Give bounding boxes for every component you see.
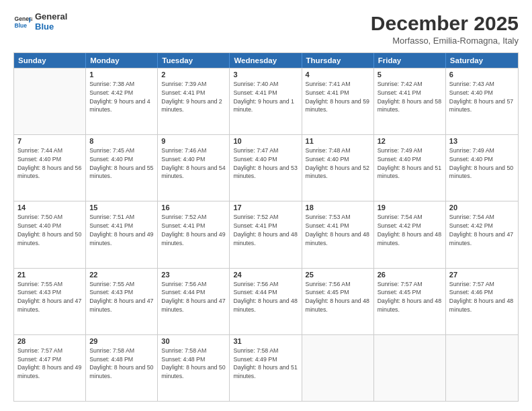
cal-cell-r4-c0: 28Sunrise: 7:57 AM Sunset: 4:47 PM Dayli… — [14, 335, 86, 401]
cell-detail: Sunrise: 7:39 AM Sunset: 4:41 PM Dayligh… — [161, 80, 226, 114]
cell-detail: Sunrise: 7:49 AM Sunset: 4:40 PM Dayligh… — [378, 146, 442, 181]
cal-cell-r4-c4 — [302, 335, 374, 401]
cal-cell-r2-c2: 16Sunrise: 7:52 AM Sunset: 4:41 PM Dayli… — [158, 201, 230, 267]
cell-detail: Sunrise: 7:55 AM Sunset: 4:43 PM Dayligh… — [89, 280, 154, 314]
logo-blue: Blue — [35, 22, 67, 32]
cell-detail: Sunrise: 7:49 AM Sunset: 4:40 PM Dayligh… — [449, 146, 515, 181]
cell-detail: Sunrise: 7:56 AM Sunset: 4:44 PM Dayligh… — [233, 280, 298, 314]
cal-cell-r0-c2: 2Sunrise: 7:39 AM Sunset: 4:41 PM Daylig… — [158, 68, 230, 134]
cal-cell-r3-c5: 26Sunrise: 7:57 AM Sunset: 4:45 PM Dayli… — [374, 269, 446, 334]
cell-day-number: 1 — [89, 71, 154, 79]
cell-day-number: 30 — [161, 337, 226, 345]
cal-cell-r1-c1: 8Sunrise: 7:45 AM Sunset: 4:40 PM Daylig… — [86, 135, 158, 201]
cell-day-number: 7 — [17, 137, 82, 145]
cell-day-number: 11 — [306, 137, 370, 145]
cell-detail: Sunrise: 7:58 AM Sunset: 4:49 PM Dayligh… — [233, 347, 298, 381]
cal-cell-r1-c5: 12Sunrise: 7:49 AM Sunset: 4:40 PM Dayli… — [374, 135, 446, 201]
header-sunday: Sunday — [14, 53, 86, 68]
cell-detail: Sunrise: 7:52 AM Sunset: 4:41 PM Dayligh… — [161, 213, 226, 247]
cal-cell-r1-c0: 7Sunrise: 7:44 AM Sunset: 4:40 PM Daylig… — [14, 135, 86, 201]
cal-cell-r4-c2: 30Sunrise: 7:58 AM Sunset: 4:48 PM Dayli… — [158, 335, 230, 401]
cell-day-number: 10 — [233, 137, 298, 145]
cell-day-number: 8 — [89, 137, 154, 145]
cal-cell-r1-c4: 11Sunrise: 7:48 AM Sunset: 4:40 PM Dayli… — [302, 135, 374, 201]
svg-text:Blue: Blue — [15, 22, 28, 29]
cell-day-number: 21 — [17, 271, 82, 279]
cell-day-number: 6 — [449, 71, 515, 79]
cell-detail: Sunrise: 7:56 AM Sunset: 4:44 PM Dayligh… — [161, 280, 226, 314]
cell-day-number: 27 — [449, 271, 515, 279]
cell-detail: Sunrise: 7:52 AM Sunset: 4:41 PM Dayligh… — [233, 213, 298, 247]
cal-cell-r2-c6: 20Sunrise: 7:54 AM Sunset: 4:42 PM Dayli… — [446, 201, 518, 267]
cal-cell-r0-c4: 4Sunrise: 7:41 AM Sunset: 4:41 PM Daylig… — [302, 68, 374, 134]
calendar: Sunday Monday Tuesday Wednesday Thursday… — [13, 52, 519, 402]
cell-day-number: 9 — [161, 137, 226, 145]
cal-cell-r1-c6: 13Sunrise: 7:49 AM Sunset: 4:40 PM Dayli… — [446, 135, 518, 201]
cal-cell-r0-c3: 3Sunrise: 7:40 AM Sunset: 4:41 PM Daylig… — [230, 68, 302, 134]
logo-general: General — [35, 12, 67, 22]
cal-cell-r3-c2: 23Sunrise: 7:56 AM Sunset: 4:44 PM Dayli… — [158, 269, 230, 334]
page: General Blue General Blue December 2025 … — [0, 0, 532, 411]
cell-detail: Sunrise: 7:48 AM Sunset: 4:40 PM Dayligh… — [306, 146, 370, 181]
cell-detail: Sunrise: 7:54 AM Sunset: 4:42 PM Dayligh… — [449, 213, 515, 247]
cal-row-0: 1Sunrise: 7:38 AM Sunset: 4:42 PM Daylig… — [14, 68, 518, 134]
cell-day-number: 26 — [378, 271, 442, 279]
cal-cell-r3-c4: 25Sunrise: 7:56 AM Sunset: 4:45 PM Dayli… — [302, 269, 374, 334]
cal-cell-r2-c3: 17Sunrise: 7:52 AM Sunset: 4:41 PM Dayli… — [230, 201, 302, 267]
cell-detail: Sunrise: 7:43 AM Sunset: 4:40 PM Dayligh… — [449, 80, 515, 114]
cal-cell-r3-c6: 27Sunrise: 7:57 AM Sunset: 4:46 PM Dayli… — [446, 269, 518, 334]
cal-row-1: 7Sunrise: 7:44 AM Sunset: 4:40 PM Daylig… — [14, 134, 518, 201]
cal-row-4: 28Sunrise: 7:57 AM Sunset: 4:47 PM Dayli… — [14, 334, 518, 401]
cal-cell-r4-c1: 29Sunrise: 7:58 AM Sunset: 4:48 PM Dayli… — [86, 335, 158, 401]
cell-day-number: 20 — [449, 203, 515, 212]
cell-detail: Sunrise: 7:44 AM Sunset: 4:40 PM Dayligh… — [17, 146, 82, 181]
cell-day-number: 31 — [233, 337, 298, 345]
cell-detail: Sunrise: 7:50 AM Sunset: 4:40 PM Dayligh… — [17, 213, 82, 247]
cell-day-number: 15 — [89, 203, 154, 212]
cell-day-number: 23 — [161, 271, 226, 279]
cal-cell-r2-c1: 15Sunrise: 7:51 AM Sunset: 4:41 PM Dayli… — [86, 201, 158, 267]
cell-day-number: 18 — [306, 203, 370, 212]
title-block: December 2025 Morfasso, Emilia-Romagna, … — [371, 12, 519, 46]
cal-row-2: 14Sunrise: 7:50 AM Sunset: 4:40 PM Dayli… — [14, 201, 518, 267]
header-monday: Monday — [86, 53, 158, 68]
cell-day-number: 14 — [17, 203, 82, 212]
cell-detail: Sunrise: 7:38 AM Sunset: 4:42 PM Dayligh… — [89, 80, 154, 114]
cell-detail: Sunrise: 7:51 AM Sunset: 4:41 PM Dayligh… — [89, 213, 154, 247]
calendar-header: Sunday Monday Tuesday Wednesday Thursday… — [14, 53, 518, 68]
calendar-body: 1Sunrise: 7:38 AM Sunset: 4:42 PM Daylig… — [14, 68, 518, 401]
header-thursday: Thursday — [302, 53, 374, 68]
cell-detail: Sunrise: 7:45 AM Sunset: 4:40 PM Dayligh… — [89, 146, 154, 181]
logo-icon: General Blue — [13, 13, 32, 32]
cell-detail: Sunrise: 7:58 AM Sunset: 4:48 PM Dayligh… — [161, 347, 226, 381]
cell-day-number: 29 — [89, 337, 154, 345]
header-tuesday: Tuesday — [158, 53, 230, 68]
cell-detail: Sunrise: 7:41 AM Sunset: 4:41 PM Dayligh… — [306, 80, 370, 114]
cal-cell-r3-c3: 24Sunrise: 7:56 AM Sunset: 4:44 PM Dayli… — [230, 269, 302, 334]
cell-day-number: 25 — [306, 271, 370, 279]
cal-cell-r3-c0: 21Sunrise: 7:55 AM Sunset: 4:43 PM Dayli… — [14, 269, 86, 334]
cal-cell-r2-c5: 19Sunrise: 7:54 AM Sunset: 4:42 PM Dayli… — [374, 201, 446, 267]
month-title: December 2025 — [371, 12, 519, 34]
cal-cell-r0-c5: 5Sunrise: 7:42 AM Sunset: 4:41 PM Daylig… — [374, 68, 446, 134]
cal-cell-r4-c3: 31Sunrise: 7:58 AM Sunset: 4:49 PM Dayli… — [230, 335, 302, 401]
cell-day-number: 4 — [306, 71, 370, 79]
cell-day-number: 28 — [17, 337, 82, 345]
header: General Blue General Blue December 2025 … — [13, 12, 519, 46]
cal-row-3: 21Sunrise: 7:55 AM Sunset: 4:43 PM Dayli… — [14, 268, 518, 334]
header-saturday: Saturday — [446, 53, 518, 68]
cell-detail: Sunrise: 7:42 AM Sunset: 4:41 PM Dayligh… — [378, 80, 442, 114]
cell-detail: Sunrise: 7:47 AM Sunset: 4:40 PM Dayligh… — [233, 146, 298, 181]
cell-detail: Sunrise: 7:55 AM Sunset: 4:43 PM Dayligh… — [17, 280, 82, 314]
cell-detail: Sunrise: 7:40 AM Sunset: 4:41 PM Dayligh… — [233, 80, 298, 114]
cell-day-number: 16 — [161, 203, 226, 212]
cal-cell-r2-c0: 14Sunrise: 7:50 AM Sunset: 4:40 PM Dayli… — [14, 201, 86, 267]
cell-detail: Sunrise: 7:46 AM Sunset: 4:40 PM Dayligh… — [161, 146, 226, 181]
cal-cell-r0-c6: 6Sunrise: 7:43 AM Sunset: 4:40 PM Daylig… — [446, 68, 518, 134]
cell-day-number: 24 — [233, 271, 298, 279]
cal-cell-r0-c0 — [14, 68, 86, 134]
cell-detail: Sunrise: 7:53 AM Sunset: 4:41 PM Dayligh… — [306, 213, 370, 247]
cell-detail: Sunrise: 7:58 AM Sunset: 4:48 PM Dayligh… — [89, 347, 154, 381]
cal-cell-r0-c1: 1Sunrise: 7:38 AM Sunset: 4:42 PM Daylig… — [86, 68, 158, 134]
cell-detail: Sunrise: 7:57 AM Sunset: 4:45 PM Dayligh… — [378, 280, 442, 314]
